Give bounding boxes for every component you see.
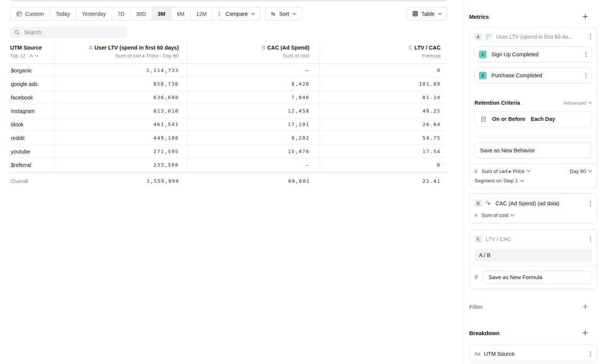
aggregation-dropdown[interactable]: Sum of cost (482, 212, 514, 218)
funnel-step-1[interactable]: 1 Sign Up Completed (474, 47, 592, 62)
table-row[interactable]: instagram613,61812,45849.25 (10, 104, 446, 118)
metric-letter-chip: A (474, 33, 482, 41)
cell-user-ltv: 271,595 (54, 145, 187, 158)
chevron-down-icon (293, 13, 296, 15)
property-dropdown[interactable]: Sum of cart ▸ Price (482, 168, 530, 174)
column-header-user-ltv[interactable]: AUser LTV (spend in first 60 days) Sum o… (54, 41, 187, 63)
kebab-menu-icon[interactable] (589, 200, 592, 207)
column-title: CLTV / CAC (320, 44, 441, 52)
cell-cac: 8,428 (187, 77, 320, 90)
formula-save-row: # Save as New Formula (474, 271, 592, 284)
retention-mode-dropdown[interactable]: Advanced (563, 100, 592, 106)
kebab-menu-icon[interactable] (589, 350, 592, 358)
step-event-label: Purchase Completed (491, 72, 580, 78)
date-range-label: 30D (136, 11, 146, 17)
metric-a-title: User LTV (spend in first 60 da... (496, 34, 585, 40)
row-limit-dropdown[interactable]: Top 12 · A (10, 52, 54, 60)
kebab-menu-icon[interactable] (584, 72, 587, 79)
numeric-property-icon: # (474, 168, 478, 174)
filter-section-header: Filter (469, 303, 597, 310)
table-row[interactable]: $organic1,114,733–0 (10, 64, 446, 77)
table-row[interactable]: google ads858,7368,428101.89 (10, 77, 446, 91)
metric-letter: B (262, 45, 266, 51)
breakdown-title: Breakdown (469, 330, 500, 336)
compare-label: Compare (225, 11, 248, 17)
breakdown-utm-source-card[interactable]: Aa UTM Source (469, 345, 597, 363)
table-row[interactable]: youtube271,59515,47617.54 (10, 145, 446, 158)
sort-button[interactable]: Sort (265, 7, 302, 21)
cell-ltv-cac: 101.89 (320, 77, 446, 90)
cell-ltv-cac: 0 (320, 158, 446, 171)
kebab-menu-icon[interactable] (584, 51, 587, 58)
save-formula-button[interactable]: Save as New Formula (483, 271, 592, 284)
column-subtitle: Formula (320, 52, 441, 60)
divider (474, 137, 592, 138)
query-builder-sidebar: Metrics A User LTV (spend in first 60 da… (463, 0, 601, 364)
date-range-3m[interactable]: 3M (152, 7, 171, 20)
segment-dropdown[interactable]: Segment on Step 1 (474, 178, 524, 184)
date-range-yesterday[interactable]: Yesterday (76, 7, 112, 20)
add-breakdown-button[interactable] (581, 329, 589, 337)
divider (470, 266, 597, 267)
string-property-icon: Aa (474, 351, 480, 356)
date-range-7d[interactable]: 7D (112, 7, 130, 20)
cell-cac: 7,846 (187, 91, 320, 104)
kebab-menu-icon[interactable] (589, 235, 592, 243)
cell-ltv-cac: 54.75 (320, 131, 446, 144)
cell-user-ltv: 449,108 (54, 131, 187, 144)
date-range-12m[interactable]: 12M (190, 7, 212, 20)
numeric-property-icon: # (474, 274, 478, 281)
frequency-dropdown[interactable]: Each Day (531, 116, 555, 122)
add-filter-button[interactable] (581, 303, 589, 310)
search-input[interactable] (23, 29, 123, 36)
formula-input[interactable]: A / B (474, 249, 592, 262)
metric-letter-chip: C (474, 235, 482, 243)
step-number-chip: 2 (479, 72, 486, 79)
date-range-label: Custom (25, 11, 44, 17)
toolbar: CustomTodayYesterday7D30D3M6M12MXTD Comp… (10, 7, 457, 21)
column-header-utm-source[interactable]: UTM Source Top 12 · A (10, 41, 54, 63)
filter-title: Filter (469, 304, 483, 310)
metric-c-header[interactable]: C LTV / CAC (474, 235, 592, 244)
chevron-down-icon (251, 13, 255, 15)
results-table: UTM Source Top 12 · A AUser LTV (spend i… (10, 41, 446, 189)
chevron-down-icon (438, 13, 442, 15)
column-title: BCAC (Ad Spend) (187, 44, 310, 52)
date-range-segmented: CustomTodayYesterday7D30D3M6M12MXTD (10, 7, 242, 21)
date-range-30d[interactable]: 30D (130, 7, 152, 20)
metric-letter: C (409, 45, 412, 51)
table-row[interactable]: facebook636,6987,84681.14 (10, 91, 446, 104)
cell-cac: 17,191 (187, 118, 320, 131)
view-type-button[interactable]: Table (407, 7, 447, 21)
condition-dropdown[interactable]: On or Before (492, 116, 525, 122)
metric-b-header[interactable]: B CAC (Ad Spend) (ad data) (474, 199, 592, 208)
retention-condition-card: On or Before Each Day (474, 111, 592, 127)
save-behavior-button[interactable]: Save as New Behavior (474, 143, 592, 158)
date-range-today[interactable]: Today (50, 7, 76, 20)
cell-ltv-cac: 49.25 (320, 104, 446, 117)
cell-user-ltv: 233,500 (54, 158, 187, 171)
row-label: $referral (10, 158, 54, 171)
numeric-property-icon: # (474, 212, 478, 218)
date-range-6m[interactable]: 6M (171, 7, 190, 20)
add-metric-button[interactable] (581, 13, 589, 20)
funnel-step-2[interactable]: 2 Purchase Completed (474, 68, 592, 83)
date-range-label: 12M (196, 11, 207, 17)
table-header-row: UTM Source Top 12 · A AUser LTV (spend i… (10, 41, 446, 64)
day-window-dropdown[interactable]: Day 60 (570, 168, 592, 174)
table-row[interactable]: tiktok461,54117,19126.84 (10, 118, 446, 131)
column-header-cac[interactable]: BCAC (Ad Spend) Sum of cost (187, 41, 320, 63)
date-range-custom[interactable]: Custom (11, 7, 50, 20)
metric-a-header[interactable]: A User LTV (spend in first 60 da... (474, 32, 592, 41)
search-icon (14, 30, 20, 35)
metric-letter: A (89, 45, 93, 51)
compare-button[interactable]: Compare (220, 7, 261, 21)
table-row[interactable]: reddit449,1088,20254.75 (10, 131, 446, 145)
step-number-chip: 1 (479, 51, 486, 58)
column-header-ltv-cac[interactable]: CLTV / CAC Formula (320, 41, 446, 63)
metrics-section-header: Metrics (469, 13, 597, 20)
kebab-menu-icon[interactable] (589, 33, 592, 41)
date-range-label: Yesterday (82, 11, 106, 17)
table-row[interactable]: $referral233,500–0 (10, 158, 446, 172)
row-label: reddit (10, 131, 54, 144)
